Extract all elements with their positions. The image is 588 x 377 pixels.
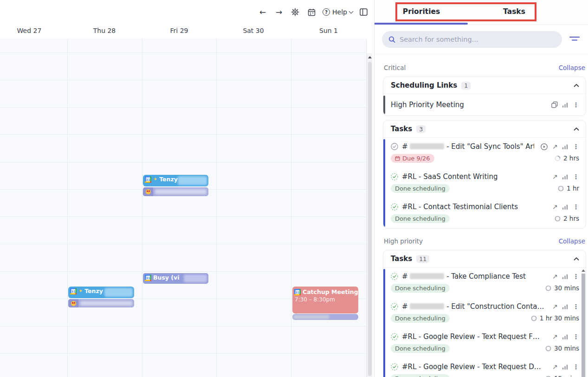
day-header-sat: Sat 30 xyxy=(243,27,264,34)
search-box[interactable] xyxy=(382,31,562,48)
column-divider xyxy=(67,38,68,377)
scheduling-links-header[interactable]: Scheduling Links 1 xyxy=(383,77,586,94)
chevron-up-icon[interactable] xyxy=(574,257,579,261)
search-input[interactable] xyxy=(400,36,556,43)
check-circle-icon[interactable] xyxy=(391,143,398,150)
scroll-up-arrow-icon[interactable] xyxy=(368,56,372,58)
check-circle-done-icon[interactable] xyxy=(391,273,398,280)
check-circle-done-icon[interactable] xyxy=(391,363,398,371)
task-title: #RL - Contact Testimonial Clients xyxy=(402,203,546,211)
bar-chart-icon[interactable] xyxy=(562,364,568,370)
card-title: Scheduling Links xyxy=(391,81,457,89)
link-title: High Priority Meeting xyxy=(391,101,549,109)
scheduling-link-row[interactable]: High Priority Meeting ⋮ xyxy=(383,94,586,115)
task-duration: 1 hr xyxy=(558,185,579,192)
partial-circle-icon xyxy=(555,155,561,161)
task-row[interactable]: #RL - Google Review - Text Request D… ↗ … xyxy=(383,358,586,377)
collapse-link[interactable]: Collapse xyxy=(559,237,585,245)
open-arrow-icon[interactable]: ↗ xyxy=(552,143,558,150)
help-menu[interactable]: ? Help xyxy=(323,8,353,16)
bar-chart-icon[interactable] xyxy=(562,144,568,149)
task-row[interactable]: #RL - SaaS Content Writing ↗ ⋮ Done sche… xyxy=(383,168,586,198)
open-arrow-icon[interactable]: ↗ xyxy=(552,273,558,280)
redacted-text xyxy=(410,143,444,149)
tab-tasks[interactable]: Tasks xyxy=(503,7,525,16)
critical-tasks-header[interactable]: Tasks 3 xyxy=(383,121,586,138)
redacted-text xyxy=(410,273,444,279)
open-arrow-icon[interactable]: ↗ xyxy=(552,204,558,211)
event-strip-sunday[interactable] xyxy=(292,314,358,320)
task-row[interactable]: # - Take Compliance Test ↗ ⋮ Done schedu… xyxy=(383,268,586,298)
redacted-region xyxy=(178,176,207,185)
card-title: Tasks xyxy=(391,125,412,133)
kebab-menu-icon[interactable]: ⋮ xyxy=(573,143,579,150)
collapse-link[interactable]: Collapse xyxy=(559,64,585,71)
open-arrow-icon[interactable]: ↗ xyxy=(552,303,558,310)
emoji-strip xyxy=(68,299,78,307)
event-personal-friday[interactable] xyxy=(143,187,208,196)
task-row[interactable]: #RL - Google Review - Text Request F… ↗ … xyxy=(383,328,586,358)
done-scheduling-badge: Done scheduling xyxy=(391,214,450,223)
task-title: #RL - Google Review - Text Request F… xyxy=(402,332,546,341)
check-circle-done-icon[interactable] xyxy=(391,203,398,211)
task-title: # - Take Compliance Test xyxy=(402,272,546,281)
bar-chart-icon[interactable] xyxy=(562,304,568,309)
svg-text:31: 31 xyxy=(146,276,150,280)
task-row[interactable]: # - Edit "Construction Conta… ↗ ⋮ Done s… xyxy=(383,298,586,328)
forward-arrow-button[interactable]: → xyxy=(274,7,284,17)
open-arrow-icon[interactable]: ↗ xyxy=(552,364,558,371)
panel-content: Critical Collapse Scheduling Links 1 Hig… xyxy=(375,54,588,377)
back-arrow-button[interactable]: ← xyxy=(258,7,268,17)
event-catchup-meeting[interactable]: 31 Catchup Meeting 7:30 – 8:30pm xyxy=(292,287,358,313)
bar-chart-icon[interactable] xyxy=(562,174,568,179)
split-panel-icon[interactable] xyxy=(359,7,369,17)
search-icon xyxy=(388,36,395,43)
open-arrow-icon[interactable]: ↗ xyxy=(552,173,558,180)
done-scheduling-badge: Done scheduling xyxy=(391,184,450,193)
tab-priorities[interactable]: Priorities xyxy=(403,7,440,16)
settings-gear-icon[interactable] xyxy=(290,7,300,17)
kebab-menu-icon[interactable]: ⋮ xyxy=(573,303,579,310)
check-circle-done-icon[interactable] xyxy=(391,173,398,180)
task-title: #RL - Google Review - Text Request D… xyxy=(402,363,546,371)
kebab-menu-icon[interactable]: ⋮ xyxy=(573,173,579,180)
calendar-scrollbar[interactable] xyxy=(367,53,372,377)
copy-icon[interactable] xyxy=(551,102,558,108)
bar-chart-icon[interactable] xyxy=(562,274,568,279)
task-row[interactable]: # - Edit "Gal Sync Tools" Arti… ↗ ⋮ xyxy=(383,138,586,168)
tasks-list-scrollbar[interactable] xyxy=(581,268,586,377)
kebab-menu-icon[interactable]: ⋮ xyxy=(573,273,579,280)
kebab-menu-icon[interactable]: ⋮ xyxy=(573,364,579,370)
calendar-icon[interactable] xyxy=(306,7,317,17)
redacted-text xyxy=(410,303,444,309)
filter-icon[interactable] xyxy=(568,33,582,45)
kebab-menu-icon[interactable]: ⋮ xyxy=(573,102,579,108)
chevron-up-icon[interactable] xyxy=(574,83,579,87)
circle-icon xyxy=(531,315,537,321)
event-tenzy-thursday[interactable]: 31 ✦ Tenzy xyxy=(68,287,134,298)
open-arrow-icon[interactable]: ↗ xyxy=(552,333,558,340)
tasks-panel: Priorities Tasks Critical Collap xyxy=(375,0,588,377)
calendar-grid[interactable] xyxy=(0,38,366,377)
svg-text:31: 31 xyxy=(71,289,76,293)
count-badge: 11 xyxy=(416,255,429,263)
bar-chart-icon[interactable] xyxy=(562,334,568,339)
kebab-menu-icon[interactable]: ⋮ xyxy=(573,204,579,210)
high-priority-tasks-header[interactable]: Tasks 11 xyxy=(383,250,586,268)
scrollbar-thumb[interactable] xyxy=(368,62,372,376)
check-circle-done-icon[interactable] xyxy=(391,333,398,340)
scroll-up-arrow-icon[interactable] xyxy=(582,269,585,272)
bar-chart-icon[interactable] xyxy=(562,204,568,210)
play-circle-icon[interactable] xyxy=(541,143,548,150)
kebab-menu-icon[interactable]: ⋮ xyxy=(573,333,579,340)
check-circle-done-icon[interactable] xyxy=(391,303,398,310)
event-tenzy-friday[interactable]: 31 ✦ Tenzy xyxy=(143,175,208,186)
heart-eyes-emoji xyxy=(71,301,76,306)
scrollbar-thumb[interactable] xyxy=(582,274,585,377)
event-busy-friday[interactable]: 31 Busy (vi xyxy=(143,273,208,284)
task-row[interactable]: #RL - Contact Testimonial Clients ↗ ⋮ Do… xyxy=(383,198,586,228)
section-critical-header: Critical Collapse xyxy=(383,64,586,72)
event-personal-thursday[interactable] xyxy=(68,299,134,307)
bar-chart-icon[interactable] xyxy=(562,102,568,108)
chevron-up-icon[interactable] xyxy=(574,127,579,131)
